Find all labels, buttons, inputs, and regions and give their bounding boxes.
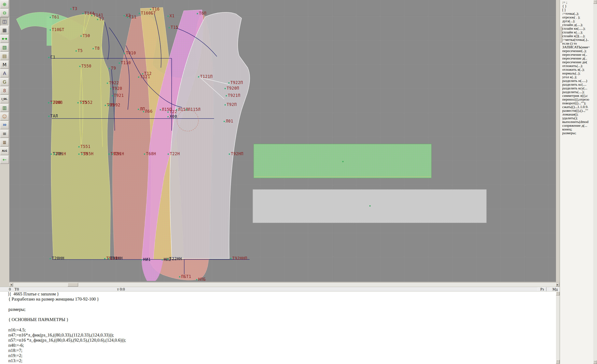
- pattern-point-marker: [105, 105, 106, 106]
- command-item[interactable]: ЗАПИСАТЬ(имя=: [562, 45, 593, 49]
- panel-splitter-handle[interactable]: [560, 26, 562, 42]
- scroll-right-button[interactable]: ►: [556, 283, 559, 286]
- photo-tool[interactable]: ☺: [0, 112, 9, 121]
- panel-scroll-down-button[interactable]: ˅: [593, 360, 597, 364]
- code-line: [0, 312, 556, 317]
- pattern-point-marker: [160, 109, 161, 110]
- zoom-in-tool[interactable]: ⊕: [0, 0, 9, 8]
- command-item[interactable]: удалить();: [562, 116, 593, 120]
- command-item[interactable]: сжать(()..,1.1.0.9.: [562, 105, 593, 109]
- panel-vertical-scrollbar[interactable]: ˄ ˅: [593, 0, 597, 364]
- model-button[interactable]: Мд: [550, 287, 560, 292]
- pattern-point-label: Х1: [170, 14, 174, 18]
- pattern-point-label: Т922П: [230, 80, 243, 85]
- pattern-point-marker: [229, 154, 230, 155]
- code-line: { 4665 Платье с запахом }: [0, 292, 556, 297]
- pattern-point-label: Т22НН: [169, 256, 182, 261]
- pattern-point-label: Л66: [145, 109, 152, 114]
- i66-tool[interactable]: i_66.: [0, 95, 9, 103]
- command-item[interactable]: сплайн д(....);: [562, 23, 593, 27]
- pattern-point-marker: [225, 104, 226, 105]
- map-tool[interactable]: ▧: [0, 43, 9, 52]
- grid-tool[interactable]: ▦: [0, 26, 9, 34]
- pattern-point-marker: [228, 82, 229, 84]
- editor-scroll-down-button[interactable]: ˅: [556, 360, 560, 364]
- text-document-tool[interactable]: ≡: [0, 129, 9, 138]
- pattern-point-marker: [167, 16, 169, 17]
- command-item[interactable]: поворот(()..."");: [562, 101, 593, 105]
- pattern-point-marker: [50, 258, 51, 259]
- command-item[interactable]: сплайн кк(.....);: [562, 27, 593, 30]
- command-item[interactable]: ломаная();: [562, 112, 593, 116]
- command-item[interactable]: отрезок( . );: [562, 16, 593, 19]
- command-item[interactable]: [ ]: [562, 8, 593, 12]
- scroll-left-button[interactable]: ◄: [9, 283, 13, 286]
- pattern-point-label: Т10БТ: [52, 27, 64, 32]
- status-point: Т0: [15, 287, 19, 292]
- pattern-point-marker: [141, 259, 142, 261]
- command-item[interactable]: пересечение(..);: [562, 49, 593, 53]
- a-compass-tool[interactable]: A: [0, 69, 9, 78]
- code-line: п19:=2;: [0, 353, 556, 358]
- pattern-point-marker: [91, 15, 92, 16]
- command-item[interactable]: пересечение дн(: [562, 60, 593, 64]
- command-item[interactable]: разделить(....);: [562, 90, 593, 94]
- pattern-point-label: Т15: [171, 25, 178, 30]
- notebook-tool[interactable]: ▤: [0, 52, 9, 60]
- threed-tool[interactable]: 3D: [0, 121, 9, 129]
- ruler-8-tool[interactable]: 8: [0, 86, 9, 95]
- zoom-out-tool[interactable]: ⊖: [0, 9, 9, 17]
- command-item[interactable]: размеры;: [562, 131, 593, 135]
- pattern-canvas[interactable]: Т3Т144Т141Т7Т61Т10БТТ50Т5Т8Г1Т010Т110Т55…: [9, 0, 556, 282]
- pattern-point-label: Т68Н: [146, 151, 156, 156]
- editor-vertical-scrollbar[interactable]: ˄ ˅: [556, 291, 560, 364]
- command-item[interactable]: отложить в(..);: [562, 68, 593, 71]
- pattern-point-marker: [127, 17, 128, 18]
- command-item[interactable]: если () то: [562, 41, 593, 45]
- command-item[interactable]: разделить кс(....: [562, 83, 593, 86]
- command-item[interactable]: сплайн к(....);: [562, 30, 593, 34]
- pattern-point-label: Т92ННП: [232, 256, 247, 261]
- pattern-point-marker: [82, 13, 84, 14]
- command-item[interactable]: сплайн к[](....);: [562, 34, 593, 38]
- razmer-button[interactable]: Рз: [538, 287, 546, 292]
- pattern-point-label: ЛП: [140, 107, 145, 111]
- command-item[interactable]: нормаль(..);: [562, 71, 593, 75]
- segment-tool[interactable]: ●–●: [0, 34, 9, 43]
- command-item[interactable]: отложить(...);: [562, 64, 593, 68]
- books-tool[interactable]: ≣: [0, 138, 9, 147]
- pattern-drawing[interactable]: Т3Т144Т141Т7Т61Т10БТТ50Т5Т8Г1Т010Т110Т55…: [9, 0, 556, 282]
- command-item[interactable]: разделить н(.....): [562, 79, 593, 83]
- command-item[interactable]: конец;: [562, 127, 593, 131]
- command-item[interactable]: :=точка(.,);: [562, 12, 593, 16]
- g-letter-tool[interactable]: G: [0, 78, 9, 86]
- command-item[interactable]: угол к(..);: [562, 75, 593, 79]
- m-letter-tool[interactable]: M: [0, 60, 9, 69]
- command-item[interactable]: сопряжение д(...: [562, 124, 593, 127]
- hscroll-thumb[interactable]: [68, 283, 78, 286]
- command-item[interactable]: { }: [562, 4, 593, 8]
- alg-tool[interactable]: ALG: [0, 147, 9, 155]
- pattern-point-label: Т160БТ: [141, 11, 156, 16]
- canvas-horizontal-scrollbar[interactable]: ◄ ►: [9, 282, 560, 287]
- table-tool[interactable]: ▥: [0, 103, 9, 112]
- command-item[interactable]: выполнить(dmod: [562, 120, 593, 124]
- command-item[interactable]: развести((),()..,"": [562, 109, 593, 112]
- pattern-point-marker: [48, 116, 49, 117]
- command-item[interactable]: разделить ксу(...: [562, 86, 593, 90]
- command-item[interactable]: симметрия л((),с: [562, 94, 593, 97]
- editor-scroll-up-button[interactable]: ˄: [556, 292, 560, 295]
- program-editor[interactable]: { 4665 Платье с запахом }{ Разработано н…: [0, 291, 556, 364]
- pattern-point-marker: [196, 279, 197, 280]
- command-item[interactable]: :=метка(точка(.)..: [562, 38, 593, 41]
- preview-document-tool[interactable]: ◫: [0, 17, 9, 26]
- command-item[interactable]: пересечение н(..: [562, 53, 593, 56]
- code-line: п13:=2;: [0, 358, 556, 363]
- command-item[interactable]: пересечение д(..: [562, 56, 593, 60]
- command-item[interactable]: дуга(...);: [562, 19, 593, 23]
- pattern-point-label: Т5: [78, 48, 83, 53]
- exit-tool[interactable]: ←: [0, 155, 9, 164]
- command-item[interactable]: := ;: [562, 0, 593, 4]
- panel-scroll-up-button[interactable]: ˄: [593, 0, 597, 4]
- command-item[interactable]: перенос((),отрезо: [562, 97, 593, 101]
